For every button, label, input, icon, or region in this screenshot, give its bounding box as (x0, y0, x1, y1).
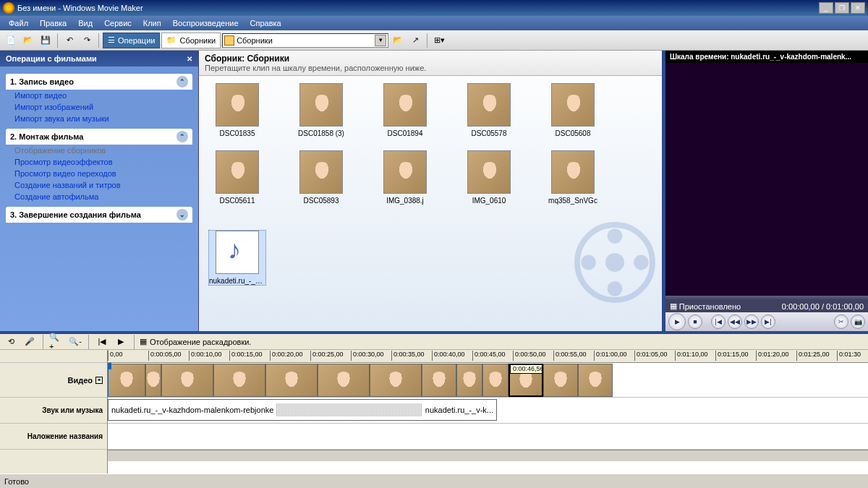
props-button[interactable]: ↗ (407, 33, 423, 48)
video-clip[interactable] (318, 364, 370, 397)
link-import-video[interactable]: Импорт видео (6, 90, 192, 101)
link-import-audio[interactable]: Импорт звука или музыки (6, 113, 192, 124)
redo-button[interactable]: ↷ (79, 33, 95, 48)
menu-play[interactable]: Воспроизведение (167, 17, 244, 29)
video-clip[interactable] (145, 364, 161, 397)
clip-thumb[interactable]: DSC01858 (3) (293, 83, 349, 137)
clip-thumb[interactable]: DSC05611 (209, 150, 265, 205)
separator (98, 33, 99, 48)
link-show-collections[interactable]: Отображение сборников (6, 145, 192, 156)
ruler-tick: 0:01:15,00 (715, 351, 749, 361)
timeline: ⟲ 🎤 🔍+ 🔍- |◀ ▶ ▦ Отображение раскадровки… (0, 334, 868, 474)
video-clip[interactable]: 0:00:46,56 (509, 364, 543, 397)
tl-toggle-view[interactable]: Отображение раскадровки. (150, 338, 251, 346)
tl-narrate-button[interactable]: 🎤 (22, 334, 38, 350)
collections-toggle[interactable]: 📁Сборники (161, 33, 221, 48)
clip-thumb[interactable]: IMG_0610 (461, 150, 517, 205)
clip-thumb[interactable]: DSC05893 (293, 150, 349, 205)
audio-clip[interactable]: nukadeti.ru_-_v-kazhdom-malenkom-rebjonk… (108, 399, 497, 421)
collection-title: Сборник: Сборники (205, 53, 656, 64)
tl-prev-button[interactable]: |◀ (94, 334, 110, 350)
expand-icon[interactable]: ⌄ (176, 209, 188, 221)
undo-button[interactable]: ↶ (61, 33, 77, 48)
ruler-tick: 0,00 (108, 351, 123, 361)
snapshot-button[interactable]: 📷 (851, 314, 865, 329)
save-button[interactable]: 💾 (38, 33, 54, 48)
taskpane-header: Операции с фильмами ✕ (0, 51, 198, 67)
menu-file[interactable]: Файл (3, 17, 34, 29)
stop-button[interactable]: ■ (688, 314, 702, 329)
playhead[interactable] (108, 363, 109, 397)
play-button[interactable]: ▶ (668, 313, 686, 330)
video-clip[interactable] (265, 364, 318, 397)
close-button[interactable]: ✕ (851, 2, 865, 14)
expand-track-button[interactable]: + (95, 377, 103, 384)
minimize-button[interactable]: _ (819, 2, 833, 14)
video-clip[interactable] (422, 364, 456, 397)
separator (427, 33, 427, 48)
video-clip[interactable] (161, 364, 213, 397)
rewind-button[interactable]: ◀◀ (728, 314, 742, 329)
tasks-toggle[interactable]: ☰Операции (103, 33, 160, 48)
preview-pane: Шкала времени: nukadeti.ru_-_v-kazhdom-m… (662, 51, 868, 331)
video-clip[interactable] (456, 364, 482, 397)
menu-help[interactable]: Справка (244, 17, 287, 29)
timeline-scrollbar[interactable] (108, 450, 868, 461)
maximize-button[interactable]: ❐ (835, 2, 849, 14)
video-clip[interactable] (543, 364, 578, 397)
collapse-icon[interactable]: ⌃ (176, 131, 188, 142)
preview-screen[interactable] (665, 63, 868, 296)
link-automovie[interactable]: Создание автофильма (6, 191, 192, 202)
views-button[interactable]: ⊞▾ (431, 33, 447, 48)
section-capture[interactable]: 1. Запись видео⌃ (6, 74, 192, 90)
section-edit[interactable]: 2. Монтаж фильма⌃ (6, 129, 192, 145)
menu-view[interactable]: Вид (72, 17, 98, 29)
collapse-icon[interactable]: ⌃ (176, 76, 188, 87)
link-import-pictures[interactable]: Импорт изображений (6, 101, 192, 113)
video-clip[interactable] (578, 364, 613, 397)
chevron-down-icon[interactable]: ▼ (375, 35, 386, 46)
tl-play-button[interactable]: ▶ (113, 334, 129, 350)
video-clip[interactable] (108, 364, 145, 397)
clip-thumb[interactable]: DSC05608 (545, 83, 601, 137)
link-video-effects[interactable]: Просмотр видеоэффектов (6, 156, 192, 168)
forward-button[interactable]: ▶▶ (744, 314, 759, 329)
titlebar: Без имени - Windows Movie Maker _ ❐ ✕ (0, 0, 868, 16)
next-button[interactable]: ▶| (761, 314, 775, 329)
time-ruler[interactable]: 0,000:00:05,000:00:10,000:00:15,000:00:2… (108, 350, 868, 363)
video-clip[interactable] (482, 364, 509, 397)
clip-tooltip: 0:00:46,56 (510, 364, 543, 374)
audio-thumb[interactable]: nukadeti.ru_-_v-kazhdom... (209, 231, 265, 285)
menu-clip[interactable]: Клип (137, 17, 167, 29)
menu-tools[interactable]: Сервис (98, 17, 137, 29)
taskpane-close-icon[interactable]: ✕ (187, 55, 192, 63)
clip-thumb[interactable]: DSC01894 (377, 83, 433, 137)
video-clip[interactable] (213, 364, 265, 397)
task-pane: Операции с фильмами ✕ 1. Запись видео⌃ И… (0, 51, 199, 331)
tl-rewind-button[interactable]: ⟲ (3, 334, 19, 350)
clip-thumb[interactable]: DSC05578 (461, 83, 517, 137)
open-button[interactable]: 📂 (20, 33, 36, 48)
new-button[interactable]: 📄 (3, 33, 19, 48)
ruler-tick: 0:00:20,00 (270, 351, 303, 361)
preview-status: Приостановлено (679, 302, 741, 311)
clip-thumb[interactable]: mq358_SnVGc (545, 150, 601, 205)
audio-track[interactable]: nukadeti.ru_-_v-kazhdom-malenkom-rebjonk… (108, 398, 868, 424)
section-finish[interactable]: 3. Завершение создания фильма⌄ (6, 207, 192, 223)
menu-edit[interactable]: Правка (34, 17, 72, 29)
video-clip[interactable] (370, 364, 422, 397)
collection-combo[interactable]: Сборники ▼ (222, 33, 388, 48)
clip-thumb[interactable]: DSC01835 (209, 83, 265, 137)
tl-zoomin-button[interactable]: 🔍+ (48, 334, 64, 350)
up-button[interactable]: 📂 (390, 33, 406, 48)
clip-thumb[interactable]: IMG_0388.j (377, 150, 433, 205)
link-titles-credits[interactable]: Создание названий и титров (6, 179, 192, 191)
video-track[interactable]: 0:00:46,56 (108, 363, 868, 398)
link-video-transitions[interactable]: Просмотр видео переходов (6, 168, 192, 179)
tl-zoomout-button[interactable]: 🔍- (67, 334, 83, 350)
prev-button[interactable]: |◀ (711, 314, 726, 329)
ruler-tick: 0:00:35,00 (391, 351, 425, 361)
ruler-tick: 0:00:40,00 (432, 351, 465, 361)
split-button[interactable]: ✂ (834, 314, 848, 329)
title-track[interactable] (108, 424, 868, 450)
